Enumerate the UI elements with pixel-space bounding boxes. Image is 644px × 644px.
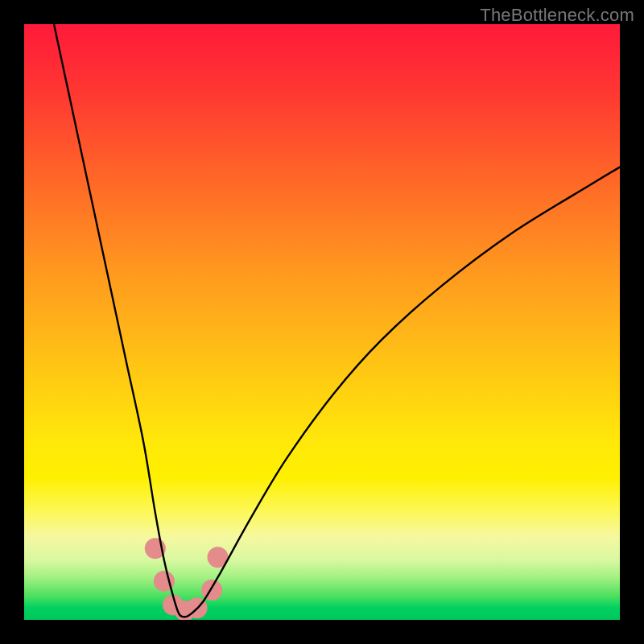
outer-frame: TheBottleneck.com — [0, 0, 644, 644]
bottleneck-marker-mid2 — [201, 580, 222, 601]
chart-svg — [24, 24, 620, 620]
bottleneck-curve — [54, 24, 620, 617]
plot-area — [24, 24, 620, 620]
markers-group — [145, 538, 229, 620]
attribution-label: TheBottleneck.com — [480, 5, 634, 26]
